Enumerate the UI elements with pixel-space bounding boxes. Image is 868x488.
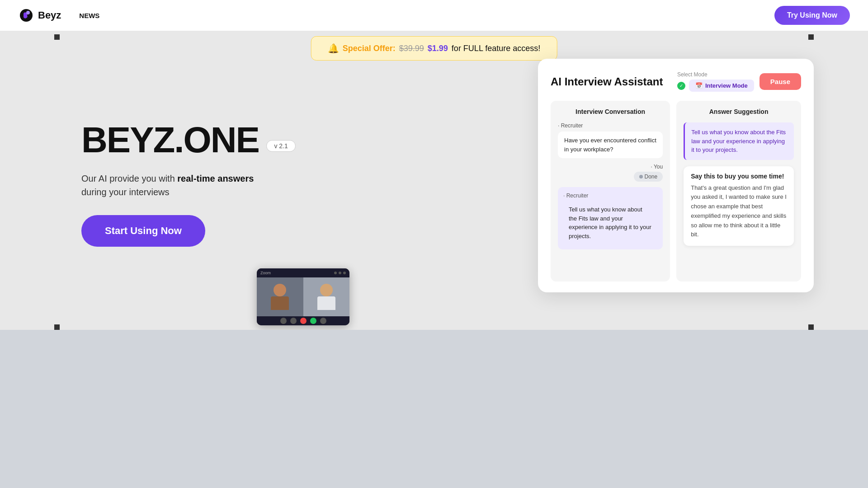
answer-panel-title: Answer Suggestion [684,108,794,115]
card-body: Interview Conversation · Recruiter Have … [551,101,801,282]
hero-description: Our AI provide you with real-time answer… [81,172,307,199]
video-person-left [257,277,303,316]
person-right-visual [303,277,350,316]
say-this-text: That's a great question and I'm glad you… [691,183,787,240]
select-mode-area: Select Mode ✓ 📅 Interview Mode [677,71,754,92]
person-right-body [317,296,335,310]
card-title: AI Interview Assistant [551,75,663,88]
svg-point-1 [26,11,30,14]
recruiter-bubble-1: Have you ever encountered conflict in yo… [558,131,663,158]
mode-chip-label: Interview Mode [705,82,748,89]
recruiter-highlight-area: · Recruiter Tell us what you know about … [558,187,663,249]
version-badge: v 2.1 [266,140,295,152]
mode-chip[interactable]: 📅 Interview Mode [689,80,754,92]
video-control-5[interactable] [320,318,326,324]
logo-text: Beyz [38,9,61,21]
vdot-1 [334,272,337,274]
recruiter-label-1: · Recruiter [558,122,663,129]
person-left-head [274,284,286,296]
video-bar-top: Zoom [257,268,349,277]
you-done-area: Done [558,172,663,182]
card-header: AI Interview Assistant Select Mode ✓ 📅 I… [551,71,801,92]
answer-highlight-box: Tell us what you know about the Fits law… [684,122,794,160]
hero-desc-suffix: during your interviews [81,187,170,197]
video-call-overlay: Zoom [257,268,349,325]
main-area: 🔔 Special Offer: $39.99 $1.99 for FULL f… [0,31,868,488]
hero-title: BEYZ.ONE [81,120,259,160]
corner-dot-br [808,324,814,330]
navbar: Beyz NEWS Try Using Now [0,0,868,31]
hero-desc-bold: real-time answers [177,174,254,183]
video-control-1[interactable] [280,318,287,324]
hero-desc-prefix: Our AI provide you with [81,174,177,183]
vdot-3 [343,272,346,274]
person-right-head [320,284,333,296]
done-label: Done [645,174,658,180]
bottom-gray-area [0,330,868,488]
say-this-card: Say this to buy you some time! That's a … [684,166,794,246]
video-end-call-btn[interactable] [300,318,307,324]
video-content [257,277,349,316]
special-offer-banner: 🔔 Special Offer: $39.99 $1.99 for FULL f… [311,36,557,61]
video-bar-bottom [257,316,349,325]
beyz-logo-icon [18,7,34,23]
hero-title-area: BEYZ.ONE v 2.1 [81,121,307,159]
video-app-label: Zoom [260,271,332,275]
video-person-right [303,277,350,316]
nav-news-link[interactable]: NEWS [79,12,99,19]
conversation-panel-title: Interview Conversation [558,108,663,115]
conversation-panel: Interview Conversation · Recruiter Have … [551,101,670,282]
card-header-right: Select Mode ✓ 📅 Interview Mode Pause [677,71,801,92]
video-control-2[interactable] [290,318,297,324]
calendar-icon: 📅 [695,82,703,89]
logo-area: Beyz [18,7,61,23]
pause-button[interactable]: Pause [760,73,801,90]
say-this-title: Say this to buy you some time! [691,173,787,180]
person-left-body [271,296,289,310]
status-green-dot: ✓ [677,82,685,90]
ai-assistant-card: AI Interview Assistant Select Mode ✓ 📅 I… [538,59,814,292]
hero-section: BEYZ.ONE v 2.1 Our AI provide you with r… [81,121,307,247]
corner-dot-bl [54,324,60,330]
vdot-2 [339,272,341,274]
done-badge: Done [634,172,663,182]
special-label: Special Offer: [343,44,396,53]
video-control-4[interactable] [310,318,316,324]
corner-dot-tr [808,34,814,40]
corner-dot-tl [54,34,60,40]
answer-suggestion-panel: Answer Suggestion Tell us what you know … [676,101,801,282]
recruiter-label-2: · Recruiter [563,192,657,199]
bell-icon: 🔔 [328,43,339,54]
you-label: · You [558,164,663,170]
old-price: $39.99 [399,44,424,53]
select-mode-label: Select Mode [677,71,754,78]
try-using-now-button[interactable]: Try Using Now [774,6,850,25]
new-price: $1.99 [428,44,448,53]
recruiter-bubble-2: Tell us what you know about the Fits law… [563,202,657,244]
start-using-now-button[interactable]: Start Using Now [81,215,205,247]
done-dot [639,175,643,178]
banner-suffix: for FULL feature access! [452,44,540,53]
person-left-visual [257,277,303,316]
